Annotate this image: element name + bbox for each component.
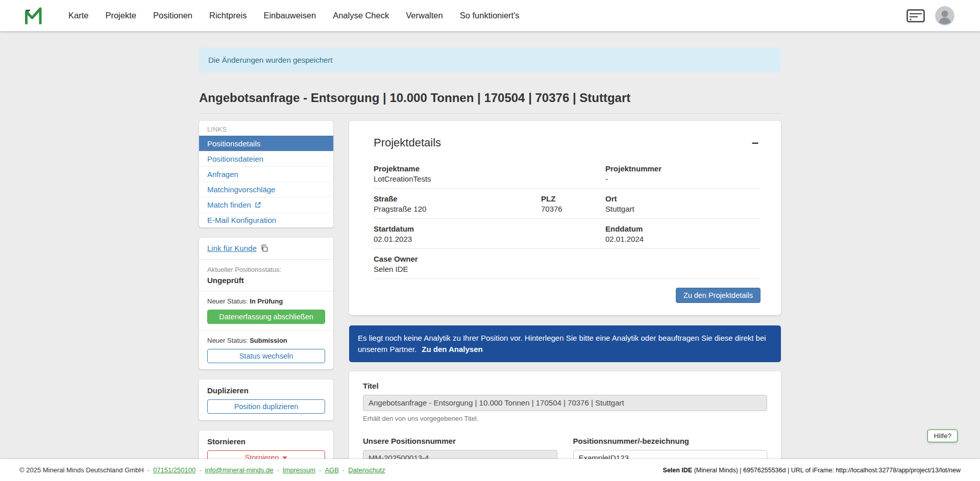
- current-status-value: Ungeprüft: [207, 276, 325, 285]
- sidebar-item-positionsdetails[interactable]: Positionsdetails: [199, 136, 333, 151]
- nav-item-einbauweisen[interactable]: Einbauweisen: [263, 11, 316, 20]
- footer-separator: ·: [319, 466, 321, 474]
- field-value: -: [605, 174, 761, 183]
- position-form-card: Titel Erhält den von uns vorgegebenen Ti…: [349, 371, 781, 460]
- project-row: Case Owner Selen IDE: [374, 249, 761, 279]
- field-value: 02.01.2023: [374, 235, 605, 243]
- navbar-right: [906, 6, 954, 26]
- nav-item-karte[interactable]: Karte: [68, 11, 88, 20]
- go-to-project-details-button[interactable]: Zu den Projektdetails: [676, 288, 761, 303]
- analytics-banner-text: Es liegt noch keine Analytik zu Ihrer Po…: [358, 334, 766, 353]
- footer-left: © 2025 Mineral Minds Deutschland GmbH · …: [19, 466, 385, 474]
- field-label: Ort: [605, 194, 761, 203]
- top-navbar: Karte Projekte Positionen Richtpreis Ein…: [0, 0, 980, 31]
- sidebar-item-email-konfiguration[interactable]: E-Mail Konfiguration: [199, 212, 333, 227]
- custom-positionsnummer-label: Positionsnummer/-bezeichnung: [573, 437, 768, 445]
- footer-separator: ·: [199, 466, 201, 474]
- go-to-analyses-link[interactable]: Zu den Analysen: [422, 345, 482, 353]
- customer-link-label: Link für Kunde: [207, 244, 257, 252]
- sidebar-item-positionsdateien[interactable]: Positionsdateien: [199, 151, 333, 166]
- nav-item-so-funktionierts[interactable]: So funktioniert's: [460, 11, 520, 20]
- field-label: Projektname: [374, 164, 605, 173]
- duplicate-card: Duplizieren Position duplizieren: [199, 379, 333, 420]
- user-icon: [935, 6, 954, 26]
- cancel-card: Stornieren Stornieren: [199, 431, 333, 459]
- new-status-value: Submission: [250, 337, 287, 344]
- nav-item-projekte[interactable]: Projekte: [105, 11, 136, 20]
- footer-separator: ·: [342, 466, 345, 474]
- sidebar-item-label: Match finden: [207, 200, 251, 209]
- phone-link[interactable]: 07151/250100: [153, 466, 195, 474]
- field-value: Stuttgart: [605, 205, 761, 213]
- nav-item-richtpreis[interactable]: Richtpreis: [209, 11, 247, 20]
- main-column: Projektdetails – Projektname LotCreation…: [349, 121, 781, 459]
- duplicate-position-button[interactable]: Position duplizieren: [207, 399, 325, 414]
- new-status-value: In Prüfung: [250, 297, 283, 305]
- field-label: Projektnummer: [605, 164, 761, 173]
- user-avatar-button[interactable]: [935, 6, 954, 26]
- new-status-prefix: Neuer Status:: [207, 297, 248, 305]
- positionsnummer-input: [363, 450, 557, 460]
- stornieren-label: Stornieren: [245, 453, 279, 459]
- titel-label: Titel: [363, 382, 767, 390]
- copy-icon: [260, 244, 268, 252]
- project-details-card: Projektdetails – Projektname LotCreation…: [349, 121, 781, 315]
- custom-positionsnummer-input[interactable]: [573, 450, 768, 460]
- main-viewport: Die Änderungen wurden gespeichert Angebo…: [0, 31, 980, 459]
- analytics-banner: Es liegt noch keine Analytik zu Ihrer Po…: [349, 325, 781, 362]
- copyright-text: © 2025 Mineral Minds Deutschland GmbH: [19, 466, 144, 474]
- customer-link[interactable]: Link für Kunde: [207, 244, 268, 252]
- impressum-link[interactable]: Impressum: [283, 466, 315, 474]
- caret-down-icon: [282, 457, 287, 459]
- success-alert: Die Änderungen wurden gespeichert: [199, 47, 781, 72]
- nav-item-verwalten[interactable]: Verwalten: [406, 11, 443, 20]
- footer-separator: ·: [277, 466, 279, 474]
- nav-item-positionen[interactable]: Positionen: [153, 11, 192, 20]
- field-value: 02.01.2024: [605, 235, 761, 243]
- mineral-minds-logo-icon: [23, 6, 43, 26]
- sidebar-item-matchingvorschlaege[interactable]: Matchingvorschläge: [199, 182, 333, 197]
- field-value: LotCreationTests: [374, 174, 605, 183]
- cancel-heading: Stornieren: [207, 437, 325, 446]
- brand-logo[interactable]: [23, 6, 43, 26]
- duplicate-heading: Duplizieren: [207, 386, 325, 395]
- project-row: Startdatum 02.01.2023 Enddatum 02.01.202…: [374, 219, 761, 249]
- links-header: LINKS: [199, 121, 333, 136]
- agb-link[interactable]: AGB: [325, 466, 338, 474]
- footer-session-info: Selen IDE (Mineral Minds) | 69576255536d…: [663, 467, 961, 474]
- collapse-icon[interactable]: –: [750, 136, 761, 148]
- current-status-label: Aktueller Positionsstatus:: [207, 266, 325, 273]
- complete-data-entry-button[interactable]: Datenerfassung abschließen: [207, 310, 325, 324]
- footer-user-name: Selen IDE: [663, 467, 693, 474]
- titel-input: [363, 395, 767, 411]
- field-label: Straße: [374, 194, 541, 203]
- main-nav: Karte Projekte Positionen Richtpreis Ein…: [68, 11, 520, 20]
- server-button[interactable]: [906, 9, 925, 22]
- field-label: PLZ: [541, 194, 605, 203]
- datenschutz-link[interactable]: Datenschutz: [348, 466, 385, 474]
- switch-status-button[interactable]: Status wechseln: [207, 349, 325, 363]
- email-link[interactable]: info@mineral-minds.de: [205, 466, 274, 474]
- sidebar-item-anfragen[interactable]: Anfragen: [199, 166, 333, 182]
- field-label: Startdatum: [374, 224, 605, 233]
- external-link-icon: [254, 201, 261, 209]
- project-details-title: Projektdetails: [374, 136, 441, 149]
- sidebar-links-card: LINKS Positionsdetails Positionsdateien …: [199, 121, 333, 227]
- field-value: Pragstraße 120: [374, 205, 541, 213]
- project-row: Projektname LotCreationTests Projektnumm…: [374, 159, 761, 189]
- field-label: Enddatum: [605, 224, 761, 233]
- page-footer: © 2025 Mineral Minds Deutschland GmbH · …: [0, 459, 980, 481]
- left-sidebar: LINKS Positionsdetails Positionsdateien …: [199, 121, 333, 459]
- nav-item-analyse-check[interactable]: Analyse Check: [333, 11, 389, 20]
- field-label: Case Owner: [374, 255, 541, 263]
- page-title: Angebotsanfrage - Entsorgung | 10.000 To…: [199, 91, 781, 114]
- footer-separator: ·: [148, 466, 150, 474]
- status-card: Link für Kunde Aktueller Positionsstatus…: [199, 238, 333, 369]
- help-button[interactable]: Hilfe?: [927, 429, 958, 442]
- new-status-line-1: Neuer Status: In Prüfung: [207, 297, 325, 305]
- sidebar-item-match-finden[interactable]: Match finden: [199, 197, 333, 212]
- stornieren-dropdown-button[interactable]: Stornieren: [207, 450, 325, 459]
- titel-help-text: Erhält den von uns vorgegebenen Titel.: [363, 415, 767, 422]
- new-status-prefix: Neuer Status:: [207, 337, 248, 344]
- field-value: Selen IDE: [374, 265, 541, 273]
